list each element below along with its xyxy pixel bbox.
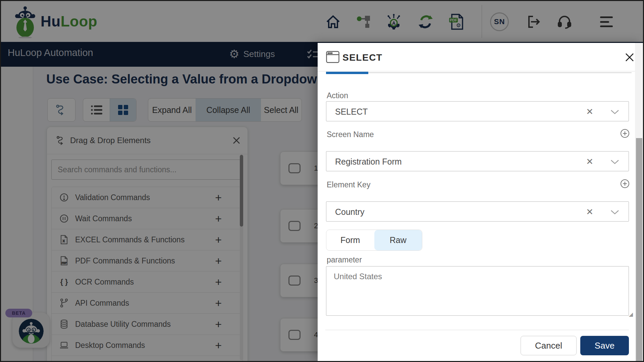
cancel-button[interactable]: Cancel: [521, 336, 577, 355]
screen-name-label: Screen Name: [327, 130, 374, 139]
clear-icon[interactable]: ✕: [586, 207, 593, 216]
action-value: SELECT: [335, 107, 368, 117]
tab-track: [368, 72, 632, 73]
save-button[interactable]: Save: [580, 336, 629, 355]
footer-divider: [325, 330, 629, 330]
chevron-down-icon[interactable]: [610, 110, 619, 114]
raw-tab[interactable]: Raw: [374, 230, 422, 250]
element-key-value: Country: [335, 207, 365, 217]
add-element-icon[interactable]: [620, 179, 630, 188]
action-select[interactable]: SELECT ✕: [326, 101, 629, 121]
parameter-textarea[interactable]: United States: [326, 266, 629, 316]
form-tab[interactable]: Form: [326, 230, 374, 250]
resize-handle[interactable]: ◢: [629, 311, 633, 317]
active-tab-indicator: [326, 72, 368, 74]
element-key-label: Element Key: [327, 180, 370, 189]
close-icon[interactable]: [625, 52, 635, 62]
modal-scrollbar-thumb[interactable]: [636, 138, 642, 361]
clear-icon[interactable]: ✕: [586, 107, 593, 116]
form-raw-toggle: Form Raw: [326, 230, 422, 251]
action-label: Action: [327, 91, 348, 100]
chevron-down-icon[interactable]: [610, 160, 619, 164]
app-window: HuLoop: [0, 0, 644, 362]
window-icon: [326, 51, 339, 63]
clear-icon[interactable]: ✕: [586, 157, 593, 166]
screen-name-select[interactable]: Registration Form ✕: [326, 151, 629, 171]
screen-name-value: Registration Form: [335, 157, 402, 167]
element-key-select[interactable]: Country ✕: [326, 201, 629, 222]
parameter-label: parameter: [327, 255, 362, 264]
select-modal: SELECT Action SELECT ✕ Screen Name Regis…: [318, 43, 643, 361]
add-screen-icon[interactable]: [620, 129, 630, 138]
modal-title: SELECT: [342, 52, 382, 63]
chevron-down-icon[interactable]: [610, 210, 619, 215]
